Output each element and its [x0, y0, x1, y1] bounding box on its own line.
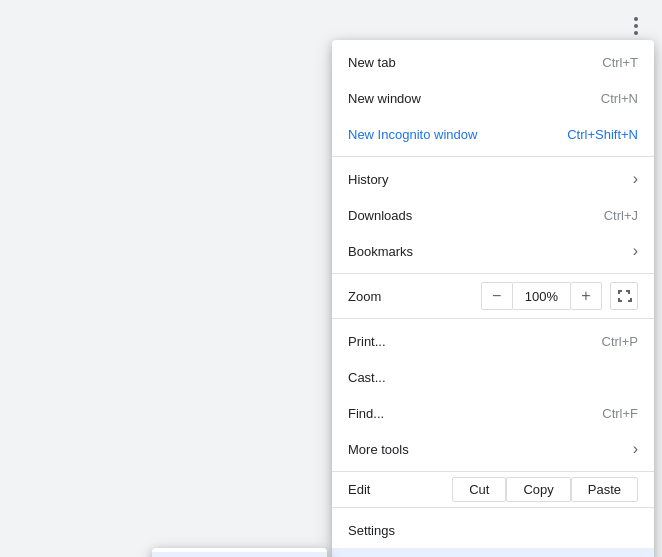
print-label: Print...: [348, 334, 586, 349]
menu-item-help[interactable]: Help › About Google Chrome Help center R…: [332, 548, 654, 557]
new-tab-label: New tab: [348, 55, 586, 70]
menu-item-find[interactable]: Find... Ctrl+F: [332, 395, 654, 431]
three-dot-button[interactable]: [618, 8, 654, 44]
menu-item-history[interactable]: History ›: [332, 161, 654, 197]
more-tools-label: More tools: [348, 442, 625, 457]
incognito-label: New Incognito window: [348, 127, 551, 142]
bookmarks-arrow: ›: [633, 242, 638, 260]
menu-item-bookmarks[interactable]: Bookmarks ›: [332, 233, 654, 269]
zoom-fullscreen-button[interactable]: [610, 282, 638, 310]
menu-item-more-tools[interactable]: More tools ›: [332, 431, 654, 467]
new-window-shortcut: Ctrl+N: [601, 91, 638, 106]
help-submenu-item-about[interactable]: About Google Chrome: [152, 552, 327, 557]
menu-item-cast[interactable]: Cast...: [332, 359, 654, 395]
print-shortcut: Ctrl+P: [602, 334, 638, 349]
find-label: Find...: [348, 406, 586, 421]
new-tab-shortcut: Ctrl+T: [602, 55, 638, 70]
menu-item-print[interactable]: Print... Ctrl+P: [332, 323, 654, 359]
zoom-value: 100%: [513, 282, 570, 310]
zoom-row: Zoom − 100% +: [332, 278, 654, 314]
menu-section-print: Print... Ctrl+P Cast... Find... Ctrl+F M…: [332, 319, 654, 472]
find-shortcut: Ctrl+F: [602, 406, 638, 421]
paste-button[interactable]: Paste: [571, 477, 638, 502]
cast-label: Cast...: [348, 370, 638, 385]
menu-section-new: New tab Ctrl+T New window Ctrl+N New Inc…: [332, 40, 654, 157]
history-label: History: [348, 172, 625, 187]
fullscreen-icon: [616, 288, 632, 304]
cut-button[interactable]: Cut: [452, 477, 506, 502]
menu-item-new-window[interactable]: New window Ctrl+N: [332, 80, 654, 116]
menu-item-incognito[interactable]: New Incognito window Ctrl+Shift+N: [332, 116, 654, 152]
new-window-label: New window: [348, 91, 585, 106]
settings-label: Settings: [348, 523, 638, 538]
menu-section-zoom: Zoom − 100% +: [332, 274, 654, 319]
edit-label: Edit: [348, 482, 452, 497]
zoom-label: Zoom: [348, 289, 481, 304]
menu-item-downloads[interactable]: Downloads Ctrl+J: [332, 197, 654, 233]
more-tools-arrow: ›: [633, 440, 638, 458]
chrome-menu: New tab Ctrl+T New window Ctrl+N New Inc…: [332, 40, 654, 557]
three-dot-icon: [634, 17, 638, 35]
history-arrow: ›: [633, 170, 638, 188]
bookmarks-label: Bookmarks: [348, 244, 625, 259]
zoom-minus-button[interactable]: −: [481, 282, 513, 310]
incognito-shortcut: Ctrl+Shift+N: [567, 127, 638, 142]
zoom-controls: − 100% +: [481, 282, 602, 310]
help-submenu: About Google Chrome Help center Report a…: [152, 548, 327, 557]
edit-buttons: Cut Copy Paste: [452, 477, 638, 502]
edit-row: Edit Cut Copy Paste: [332, 472, 654, 508]
zoom-plus-button[interactable]: +: [570, 282, 602, 310]
menu-section-history: History › Downloads Ctrl+J Bookmarks ›: [332, 157, 654, 274]
menu-item-settings[interactable]: Settings: [332, 512, 654, 548]
downloads-label: Downloads: [348, 208, 588, 223]
copy-button[interactable]: Copy: [506, 477, 570, 502]
menu-item-new-tab[interactable]: New tab Ctrl+T: [332, 44, 654, 80]
menu-section-settings: Settings Help › About Google Chrome Help…: [332, 508, 654, 557]
downloads-shortcut: Ctrl+J: [604, 208, 638, 223]
